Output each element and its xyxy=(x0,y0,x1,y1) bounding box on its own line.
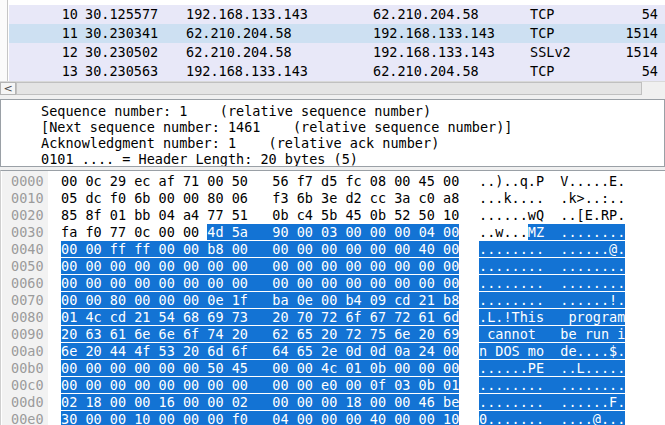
hex-ascii: ..w...MZ ........ xyxy=(479,224,625,241)
detail-line[interactable]: [Next sequence number: 1461 (relative se… xyxy=(41,119,664,135)
packet-no-cell: 10 xyxy=(9,5,78,24)
hex-ascii: ........ ........ xyxy=(479,258,625,275)
hex-bytes: 02 18 00 00 16 00 00 02 00 00 00 18 00 0… xyxy=(61,394,459,411)
hex-ascii-plain: ..)..q.P V.....E. xyxy=(479,173,625,189)
hex-bytes: 30 00 00 10 00 00 00 f0 04 00 00 00 40 0… xyxy=(61,411,459,425)
hex-offset: 0050 xyxy=(11,258,44,275)
packet-source-cell: 192.168.133.143 xyxy=(186,5,308,24)
packet-no-cell: 11 xyxy=(9,24,78,43)
hex-bytes: 00 00 00 00 00 00 00 00 00 00 00 00 00 0… xyxy=(61,275,459,292)
hscrollbar-thumb[interactable] xyxy=(16,82,642,95)
hex-bytes: fa f0 77 0c 00 00 4d 5a 90 00 03 00 00 0… xyxy=(61,224,459,241)
detail-line[interactable]: Acknowledgment number: 1 (relative ack n… xyxy=(41,135,664,151)
hex-bytes-selected: 00 00 00 00 00 00 00 00 00 00 00 00 00 0… xyxy=(61,258,459,274)
packet-list-pane: 1030.125577192.168.133.14362.210.204.58T… xyxy=(0,0,665,81)
hex-bytes: 00 00 80 00 00 00 0e 1f ba 0e 00 b4 09 c… xyxy=(61,292,459,309)
hex-bytes: 6e 20 44 4f 53 20 6d 6f 64 65 2e 0d 0d 0… xyxy=(61,343,459,360)
packet-source-cell: 192.168.133.143 xyxy=(186,62,308,81)
hex-bytes: 00 00 00 00 00 00 00 00 00 00 e0 00 0f 0… xyxy=(61,377,459,394)
hex-bytes-selected: 01 4c cd 21 54 68 69 73 20 70 72 6f 67 7… xyxy=(61,309,459,325)
hex-ascii: ......PE ..L..... xyxy=(479,360,625,377)
hex-row[interactable]: 00d002 18 00 00 16 00 00 02 00 00 00 18 … xyxy=(1,394,665,411)
hex-offset: 0030 xyxy=(11,224,44,241)
hex-bytes: 00 00 00 00 00 00 50 45 00 00 4c 01 0b 0… xyxy=(61,360,459,377)
hex-row[interactable]: 001005 dc f0 6b 00 00 80 06 f3 6b 3e d2 … xyxy=(1,190,665,207)
hex-bytes-plain: 85 8f 01 bb 04 a4 77 51 0b c4 5b 45 0b 5… xyxy=(61,207,459,223)
hex-row[interactable]: 009020 63 61 6e 6e 6f 74 20 62 65 20 72 … xyxy=(1,326,665,343)
hex-ascii: ........ ......F. xyxy=(479,394,625,411)
packet-protocol-cell: TCP xyxy=(530,24,554,43)
packet-row[interactable]: 1130.23034162.210.204.58192.168.133.143T… xyxy=(9,24,665,43)
hex-offset: 00e0 xyxy=(11,411,44,425)
packet-list-hscrollbar[interactable]: < xyxy=(0,81,665,95)
hex-ascii: cannot be run i xyxy=(479,326,625,343)
hex-dump-pane: 000000 0c 29 ec af 71 00 50 56 f7 d5 fc … xyxy=(0,170,665,425)
packet-destination-cell: 62.210.204.58 xyxy=(373,62,479,81)
hex-ascii-selected: ........ ........ xyxy=(479,275,625,291)
hex-offset: 0020 xyxy=(11,207,44,224)
hex-offset: 0080 xyxy=(11,309,44,326)
hex-ascii: ...k.... .k>..:.. xyxy=(479,190,625,207)
detail-line[interactable]: 0101 .... = Header Length: 20 bytes (5) xyxy=(41,151,664,167)
hex-bytes-selected: 00 00 00 00 00 00 00 00 00 00 e0 00 0f 0… xyxy=(61,377,459,393)
packet-source-cell: 62.210.204.58 xyxy=(186,43,292,62)
hex-row[interactable]: 000000 0c 29 ec af 71 00 50 56 f7 d5 fc … xyxy=(1,173,665,190)
packet-row[interactable]: 1230.23050262.210.204.58192.168.133.143S… xyxy=(9,43,665,62)
hex-row[interactable]: 006000 00 00 00 00 00 00 00 00 00 00 00 … xyxy=(1,275,665,292)
hex-row[interactable]: 00a06e 20 44 4f 53 20 6d 6f 64 65 2e 0d … xyxy=(1,343,665,360)
hex-bytes-selected: 20 63 61 6e 6e 6f 74 20 62 65 20 72 75 6… xyxy=(61,326,459,342)
hex-offset: 0040 xyxy=(11,241,44,258)
hex-row[interactable]: 00e030 00 00 10 00 00 00 f0 04 00 00 00 … xyxy=(1,411,665,425)
packet-time-cell: 30.125577 xyxy=(85,5,158,24)
hex-ascii-selected: ........ ........ xyxy=(479,258,625,274)
detail-line[interactable]: Sequence number: 1 (relative sequence nu… xyxy=(41,103,664,119)
hex-ascii: n DOS mo de....$. xyxy=(479,343,625,360)
hex-bytes-selected: 30 00 00 10 00 00 00 f0 04 00 00 00 40 0… xyxy=(61,411,459,425)
hex-row[interactable]: 004000 00 ff ff 00 00 b8 00 00 00 00 00 … xyxy=(1,241,665,258)
hex-bytes: 05 dc f0 6b 00 00 80 06 f3 6b 3e d2 cc 3… xyxy=(61,190,459,207)
packet-source-cell: 62.210.204.58 xyxy=(186,24,292,43)
hex-bytes: 01 4c cd 21 54 68 69 73 20 70 72 6f 67 7… xyxy=(61,309,459,326)
hex-ascii: .L.!This program xyxy=(479,309,625,326)
hex-row[interactable]: 007000 00 80 00 00 00 0e 1f ba 0e 00 b4 … xyxy=(1,292,665,309)
packet-length-cell: 1514 xyxy=(588,24,658,43)
hex-ascii-selected: ........ ......F. xyxy=(479,394,625,410)
hex-ascii-plain: ......wQ ..[E.RP. xyxy=(479,207,625,223)
hex-row[interactable]: 00b000 00 00 00 00 00 50 45 00 00 4c 01 … xyxy=(1,360,665,377)
hex-offset: 0010 xyxy=(11,190,44,207)
hex-bytes-selected: 00 00 80 00 00 00 0e 1f ba 0e 00 b4 09 c… xyxy=(61,292,459,308)
hex-offset: 00a0 xyxy=(11,343,44,360)
scroll-left-arrow-icon[interactable]: < xyxy=(0,82,16,95)
hex-ascii: 0....... ....@... xyxy=(479,411,625,425)
hex-ascii-selected: ......PE ..L..... xyxy=(479,360,625,376)
hex-ascii: ........ ........ xyxy=(479,275,625,292)
packet-row[interactable]: 1330.230563192.168.133.14362.210.204.58T… xyxy=(9,62,665,81)
packet-protocol-cell: TCP xyxy=(530,62,554,81)
hex-ascii: ........ ........ xyxy=(479,377,625,394)
hex-ascii: ..)..q.P V.....E. xyxy=(479,173,625,190)
hex-offset: 00c0 xyxy=(11,377,44,394)
hex-bytes: 85 8f 01 bb 04 a4 77 51 0b c4 5b 45 0b 5… xyxy=(61,207,459,224)
packet-no-cell: 12 xyxy=(9,43,78,62)
packet-time-cell: 30.230341 xyxy=(85,24,158,43)
packet-length-cell: 1514 xyxy=(588,43,658,62)
hex-row[interactable]: 005000 00 00 00 00 00 00 00 00 00 00 00 … xyxy=(1,258,665,275)
hex-bytes-selected: 00 00 00 00 00 00 00 00 00 00 00 00 00 0… xyxy=(61,275,459,291)
packet-no-cell: 13 xyxy=(9,62,78,81)
hex-row[interactable]: 0030fa f0 77 0c 00 00 4d 5a 90 00 03 00 … xyxy=(1,224,665,241)
packet-row[interactable]: 1030.125577192.168.133.14362.210.204.58T… xyxy=(9,5,665,24)
hex-ascii-selected: ........ ......@. xyxy=(479,241,625,257)
hex-row[interactable]: 008001 4c cd 21 54 68 69 73 20 70 72 6f … xyxy=(1,309,665,326)
hex-ascii-selected: ........ ......!. xyxy=(479,292,625,308)
hex-ascii: ......wQ ..[E.RP. xyxy=(479,207,625,224)
hex-ascii-plain: ...k.... .k>..:.. xyxy=(479,190,625,206)
hex-bytes-plain: fa f0 77 0c 00 00 xyxy=(61,224,207,240)
hex-bytes: 00 0c 29 ec af 71 00 50 56 f7 d5 fc 08 0… xyxy=(61,173,459,190)
hex-bytes-selected: 00 00 ff ff 00 00 b8 00 00 00 00 00 00 0… xyxy=(61,241,459,257)
hex-row[interactable]: 002085 8f 01 bb 04 a4 77 51 0b c4 5b 45 … xyxy=(1,207,665,224)
hex-ascii-selected: cannot be run i xyxy=(479,326,625,342)
hex-ascii-selected: MZ ........ xyxy=(528,224,626,240)
hex-offset: 0060 xyxy=(11,275,44,292)
hex-row[interactable]: 00c000 00 00 00 00 00 00 00 00 00 e0 00 … xyxy=(1,377,665,394)
packet-destination-cell: 192.168.133.143 xyxy=(373,24,495,43)
